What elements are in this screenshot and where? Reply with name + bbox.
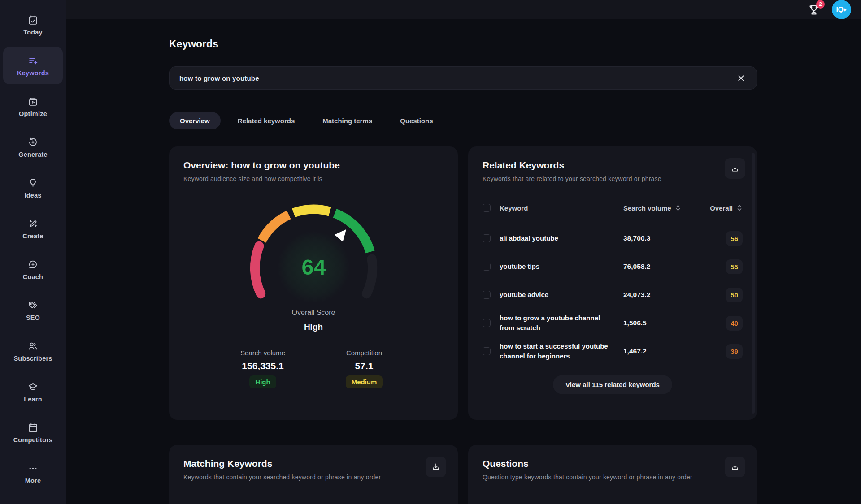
overall-score-badge: 40 — [726, 316, 743, 331]
main-content: Keywords Overview Related keywords Match… — [66, 19, 861, 504]
topbar: 2 IQ — [66, 0, 861, 19]
matching-card-subtitle: Keywords that contain your searched keyw… — [183, 474, 444, 481]
overview-stats: Search volume 156,335.1 High Competition… — [183, 349, 444, 388]
overview-card-subtitle: Keyword audience size and how competitiv… — [183, 175, 444, 182]
table-row: ali abdaal youtube 38,700.3 56 — [483, 228, 743, 249]
search-volume-cell: 76,058.2 — [623, 263, 698, 271]
keyword-search-bar — [169, 66, 757, 90]
play-triangle-icon — [844, 8, 847, 12]
gauge-segment-low — [261, 215, 288, 241]
keyword-cell[interactable]: ali abdaal youtube — [500, 233, 617, 243]
gauge-score-value: 64 — [301, 255, 326, 279]
sidebar-item-competitors[interactable]: Competitors — [3, 414, 63, 451]
column-header-label: Overall — [710, 204, 733, 212]
questions-card-subtitle: Question type keywords that contain your… — [483, 474, 743, 481]
download-icon — [431, 462, 440, 471]
sidebar-item-label: Learn — [24, 396, 42, 403]
related-keywords-table: Keyword Search volume Overall — [483, 198, 743, 362]
sidebar-item-ideas[interactable]: Ideas — [3, 169, 63, 207]
sidebar-item-generate[interactable]: Generate — [3, 129, 63, 166]
sidebar-item-label: SEO — [26, 314, 40, 321]
table-row: youtube advice 24,073.2 50 — [483, 284, 743, 305]
tab-matching-terms[interactable]: Matching terms — [312, 112, 383, 129]
sidebar-item-optimize[interactable]: Optimize — [3, 88, 63, 125]
overall-score-badge: 50 — [726, 288, 743, 302]
select-all-checkbox[interactable] — [483, 204, 491, 212]
download-button[interactable] — [426, 457, 446, 477]
lightbulb-icon — [27, 177, 39, 189]
users-icon — [27, 340, 39, 352]
questions-card: Questions Question type keywords that co… — [468, 445, 757, 504]
download-button[interactable] — [725, 158, 745, 179]
ellipsis-icon — [27, 463, 39, 474]
sidebar-item-create[interactable]: Create — [3, 210, 63, 247]
keyword-cell[interactable]: youtube tips — [500, 262, 617, 271]
column-header-overall[interactable]: Overall — [710, 204, 743, 212]
gauge-score-label: Overall Score — [292, 309, 335, 317]
row-checkbox[interactable] — [483, 234, 491, 242]
stat-label: Competition — [346, 349, 382, 357]
gauge-score-level: High — [304, 322, 323, 332]
card-scrollbar[interactable] — [752, 153, 755, 414]
sidebar-item-learn[interactable]: Learn — [3, 373, 63, 410]
sidebar-item-label: Competitors — [13, 436, 53, 444]
table-row: how to grow a youtube channel from scrat… — [483, 313, 743, 333]
sidebar-item-label: Ideas — [24, 192, 41, 199]
table-header-row: Keyword Search volume Overall — [483, 198, 743, 218]
keyword-cell[interactable]: youtube advice — [500, 290, 617, 300]
keyword-search-input[interactable] — [179, 74, 735, 82]
sidebar-item-today[interactable]: Today — [3, 6, 63, 43]
tab-related-keywords[interactable]: Related keywords — [227, 112, 306, 129]
tab-questions[interactable]: Questions — [389, 112, 444, 129]
tags-icon — [27, 300, 39, 311]
download-icon — [731, 164, 739, 173]
sidebar-item-more[interactable]: More — [3, 455, 63, 492]
vidiq-logo[interactable]: IQ — [832, 0, 851, 19]
keyword-cell[interactable]: how to grow a youtube channel from scrat… — [500, 313, 617, 333]
keyword-cell[interactable]: how to start a successful youtube channe… — [500, 341, 617, 361]
column-header-search-volume[interactable]: Search volume — [623, 204, 698, 212]
view-all-related-button[interactable]: View all 115 related keywords — [553, 375, 672, 394]
search-volume-cell: 38,700.3 — [623, 234, 698, 242]
row-checkbox[interactable] — [483, 319, 491, 327]
clear-search-button[interactable] — [735, 72, 747, 84]
row-checkbox[interactable] — [483, 291, 491, 299]
status-badge: High — [249, 375, 276, 388]
sidebar-item-coach[interactable]: Coach — [3, 251, 63, 288]
vidiq-logo-text: IQ — [836, 6, 844, 14]
gauge-segment-rest — [366, 259, 372, 294]
row-checkbox[interactable] — [483, 347, 491, 355]
row-checkbox[interactable] — [483, 263, 491, 271]
overall-score-badge: 55 — [726, 259, 743, 274]
download-button[interactable] — [725, 457, 745, 477]
stat-label: Search volume — [240, 349, 285, 357]
results-tabs: Overview Related keywords Matching terms… — [169, 112, 757, 129]
related-card-subtitle: Keywords that are related to your search… — [483, 175, 743, 182]
sidebar-item-keywords[interactable]: Keywords — [3, 47, 63, 84]
related-keywords-card: Related Keywords Keywords that are relat… — [468, 146, 757, 420]
chat-plus-icon — [27, 259, 39, 270]
refresh-plus-icon — [27, 137, 39, 148]
table-row: how to start a successful youtube channe… — [483, 341, 743, 362]
sidebar-item-subscribers[interactable]: Subscribers — [3, 332, 63, 370]
overview-card: Overview: how to grow on youtube Keyword… — [169, 146, 458, 420]
sidebar-item-seo[interactable]: SEO — [3, 292, 63, 329]
sidebar-item-label: Coach — [23, 273, 43, 280]
overview-card-title: Overview: how to grow on youtube — [183, 160, 444, 171]
notification-badge: 2 — [816, 0, 825, 9]
sidebar-item-label: Keywords — [17, 69, 49, 77]
pencil-sparkle-icon — [27, 218, 39, 229]
sidebar-item-label: Subscribers — [13, 355, 52, 362]
achievements-button[interactable]: 2 — [805, 1, 823, 19]
download-icon — [731, 462, 739, 471]
column-header-keyword: Keyword — [500, 204, 617, 212]
tab-overview[interactable]: Overview — [169, 112, 221, 129]
related-card-title: Related Keywords — [483, 160, 743, 171]
status-badge: Medium — [346, 375, 383, 388]
page-title: Keywords — [169, 38, 757, 50]
calendar-icon — [27, 422, 39, 433]
search-volume-cell: 1,506.5 — [623, 319, 698, 327]
sidebar-item-label: Generate — [18, 151, 47, 158]
calendar-check-icon — [27, 14, 39, 26]
sidebar-item-label: Optimize — [19, 110, 47, 117]
